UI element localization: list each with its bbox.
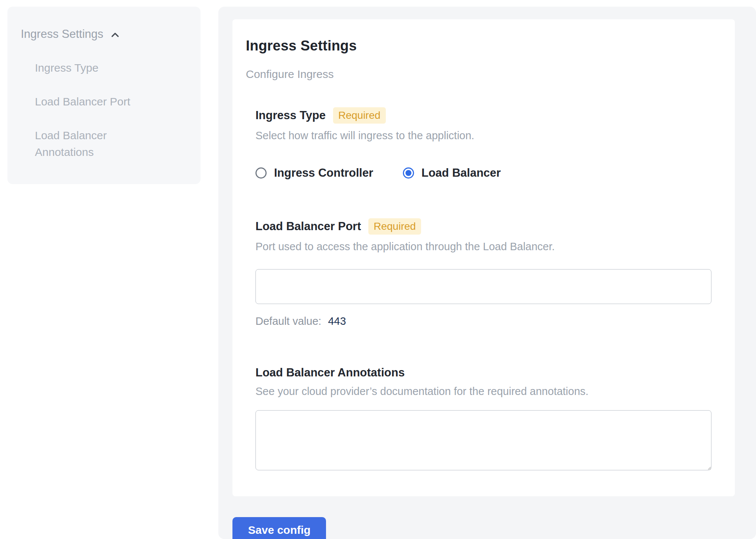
load-balancer-annotations-textarea[interactable] [255, 410, 711, 470]
radio-unselected-icon[interactable] [255, 167, 267, 179]
main-panel: Ingress Settings Configure Ingress Ingre… [218, 7, 756, 539]
default-value-line: Default value: 443 [255, 315, 711, 327]
required-badge: Required [368, 218, 421, 235]
sidebar-section-ingress-settings[interactable]: Ingress Settings [21, 27, 186, 41]
sidebar-section-label: Ingress Settings [21, 27, 103, 41]
field-load-balancer-port: Load Balancer Port Required Port used to… [255, 218, 711, 327]
fields-container: Ingress Type Required Select how traffic… [255, 107, 711, 470]
radio-option-load-balancer[interactable]: Load Balancer [403, 166, 501, 180]
field-load-balancer-port-description: Port used to access the application thro… [255, 241, 711, 253]
ingress-settings-card: Ingress Settings Configure Ingress Ingre… [232, 19, 735, 496]
field-ingress-type-label: Ingress Type [255, 109, 326, 122]
default-value-label: Default value: [255, 315, 321, 327]
page-subtitle: Configure Ingress [246, 68, 711, 81]
load-balancer-port-input[interactable] [255, 269, 711, 304]
page-title: Ingress Settings [246, 38, 711, 54]
required-badge: Required [333, 107, 386, 124]
radio-label-load-balancer: Load Balancer [421, 166, 501, 180]
field-ingress-type-description: Select how traffic will ingress to the a… [255, 130, 711, 142]
radio-selected-icon[interactable] [403, 167, 414, 179]
sidebar-item-ingress-type[interactable]: Ingress Type [35, 59, 157, 76]
radio-option-ingress-controller[interactable]: Ingress Controller [255, 166, 373, 180]
field-load-balancer-port-label-row: Load Balancer Port Required [255, 218, 711, 235]
chevron-up-icon [109, 29, 121, 41]
sidebar-item-load-balancer-port[interactable]: Load Balancer Port [35, 93, 157, 110]
field-load-balancer-port-label: Load Balancer Port [255, 220, 361, 233]
field-load-balancer-annotations-label-row: Load Balancer Annotations [255, 366, 711, 379]
sidebar-item-list: Ingress Type Load Balancer Port Load Bal… [35, 59, 186, 160]
field-ingress-type: Ingress Type Required Select how traffic… [255, 107, 711, 180]
default-value-number: 443 [328, 315, 346, 327]
sidebar-item-load-balancer-annotations[interactable]: Load Balancer Annotations [35, 127, 157, 160]
radio-label-ingress-controller: Ingress Controller [274, 166, 373, 180]
field-load-balancer-annotations-label: Load Balancer Annotations [255, 366, 405, 379]
field-ingress-type-label-row: Ingress Type Required [255, 107, 711, 124]
save-config-button[interactable]: Save config [232, 517, 326, 539]
settings-sidebar: Ingress Settings Ingress Type Load Balan… [7, 7, 201, 184]
ingress-type-radio-group: Ingress Controller Load Balancer [255, 166, 711, 180]
field-load-balancer-annotations: Load Balancer Annotations See your cloud… [255, 366, 711, 470]
field-load-balancer-annotations-description: See your cloud provider’s documentation … [255, 385, 711, 398]
